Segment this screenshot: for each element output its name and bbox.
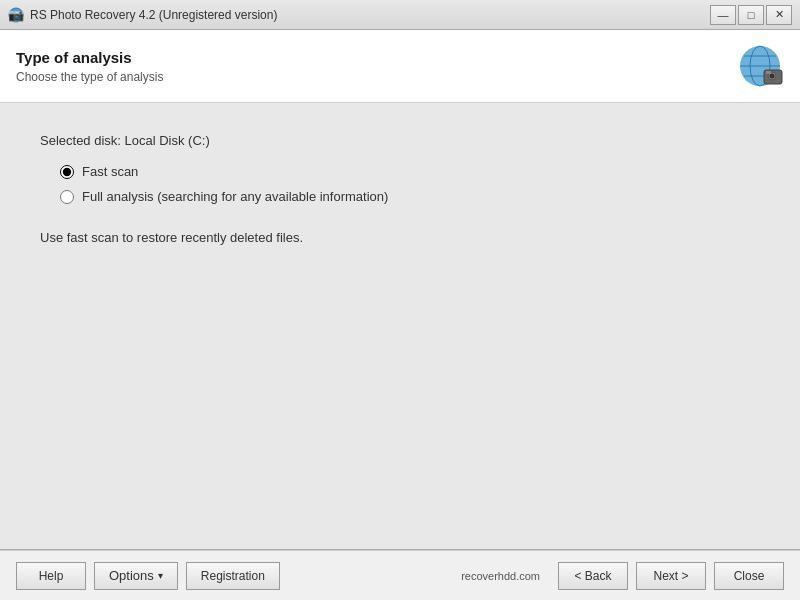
website-label: recoverhdd.com: [461, 570, 540, 582]
main-content: Selected disk: Local Disk (C:) Fast scan…: [0, 103, 800, 549]
close-window-button[interactable]: ✕: [766, 5, 792, 25]
svg-rect-10: [766, 71, 771, 74]
options-label: Options: [109, 568, 154, 583]
registration-button[interactable]: Registration: [186, 562, 280, 590]
header-text: Type of analysis Choose the type of anal…: [16, 49, 163, 84]
options-dropdown-arrow: ▾: [158, 570, 163, 581]
back-button[interactable]: < Back: [558, 562, 628, 590]
close-button[interactable]: Close: [714, 562, 784, 590]
title-bar-left: 📷 RS Photo Recovery 4.2 (Unregistered ve…: [8, 7, 277, 23]
footer-left-buttons: Help Options ▾ Registration: [16, 562, 280, 590]
help-button[interactable]: Help: [16, 562, 86, 590]
window-controls: — □ ✕: [710, 5, 792, 25]
fast-scan-option[interactable]: Fast scan: [60, 164, 760, 179]
full-analysis-label: Full analysis (searching for any availab…: [82, 189, 388, 204]
selected-disk-label: Selected disk: Local Disk (C:): [40, 133, 760, 148]
options-button[interactable]: Options ▾: [94, 562, 178, 590]
full-analysis-option[interactable]: Full analysis (searching for any availab…: [60, 189, 760, 204]
window-title: RS Photo Recovery 4.2 (Unregistered vers…: [30, 8, 277, 22]
header-section: Type of analysis Choose the type of anal…: [0, 30, 800, 103]
title-bar: 📷 RS Photo Recovery 4.2 (Unregistered ve…: [0, 0, 800, 30]
fast-scan-label: Fast scan: [82, 164, 138, 179]
header-title: Type of analysis: [16, 49, 163, 66]
svg-point-9: [770, 74, 775, 79]
svg-text:📷: 📷: [8, 7, 24, 23]
scan-options-group: Fast scan Full analysis (searching for a…: [60, 164, 760, 204]
full-analysis-radio[interactable]: [60, 190, 74, 204]
footer: Help Options ▾ Registration recoverhdd.c…: [0, 550, 800, 600]
header-icon-area: [736, 42, 784, 90]
fast-scan-radio[interactable]: [60, 165, 74, 179]
footer-right-area: recoverhdd.com < Back Next > Close: [461, 562, 784, 590]
maximize-button[interactable]: □: [738, 5, 764, 25]
header-subtitle: Choose the type of analysis: [16, 70, 163, 84]
next-button[interactable]: Next >: [636, 562, 706, 590]
minimize-button[interactable]: —: [710, 5, 736, 25]
app-icon: 📷: [8, 7, 24, 23]
hint-text: Use fast scan to restore recently delete…: [40, 230, 760, 245]
